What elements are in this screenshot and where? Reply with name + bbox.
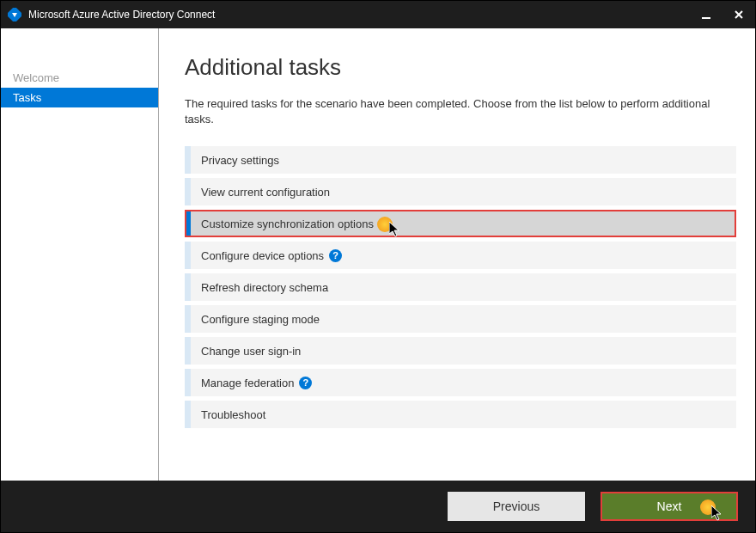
body-area: Welcome Tasks Additional tasks The requi…	[1, 28, 755, 481]
footer: Previous Next	[1, 481, 755, 532]
task-privacy-settings[interactable]: Privacy settings	[185, 146, 736, 174]
task-accent	[185, 146, 191, 174]
minimize-button[interactable]	[690, 1, 722, 28]
cursor-icon	[389, 222, 403, 239]
close-button[interactable]	[722, 1, 755, 28]
sidebar-item-welcome[interactable]: Welcome	[1, 68, 158, 88]
task-accent	[185, 337, 191, 365]
task-accent	[185, 305, 191, 333]
click-highlight-icon	[377, 217, 393, 232]
help-icon[interactable]: ?	[299, 377, 312, 389]
task-label: Troubleshoot	[201, 408, 265, 421]
help-icon[interactable]: ?	[329, 249, 342, 262]
svg-rect-1	[702, 17, 710, 19]
task-accent	[185, 273, 191, 301]
task-label: Privacy settings	[201, 154, 279, 167]
sidebar-item-label: Welcome	[13, 71, 59, 84]
task-list: Privacy settings View current configurat…	[185, 146, 736, 428]
task-label: Configure device options	[201, 249, 324, 262]
task-label: Manage federation	[201, 377, 294, 389]
task-label: View current configuration	[201, 186, 330, 199]
task-accent	[185, 242, 191, 269]
click-highlight-icon	[700, 499, 716, 515]
titlebar-title: Microsoft Azure Active Directory Connect	[28, 9, 215, 21]
task-configure-staging-mode[interactable]: Configure staging mode	[185, 305, 736, 333]
task-troubleshoot[interactable]: Troubleshoot	[185, 401, 736, 428]
previous-button[interactable]: Previous	[448, 492, 585, 521]
task-label: Change user sign-in	[201, 345, 301, 358]
page-description: The required tasks for the scenario have…	[185, 96, 736, 127]
task-label: Configure staging mode	[201, 313, 320, 326]
task-accent	[185, 401, 191, 428]
titlebar: Microsoft Azure Active Directory Connect	[1, 1, 755, 28]
task-change-user-sign-in[interactable]: Change user sign-in	[185, 337, 736, 365]
task-label: Customize synchronization options	[201, 217, 374, 230]
task-customize-synchronization-options[interactable]: Customize synchronization options	[185, 210, 736, 237]
task-label: Refresh directory schema	[201, 281, 328, 294]
cursor-icon	[711, 505, 725, 523]
sidebar-item-label: Tasks	[13, 91, 41, 104]
task-manage-federation[interactable]: Manage federation ?	[185, 369, 736, 396]
sidebar-item-tasks[interactable]: Tasks	[1, 88, 158, 107]
main-content: Additional tasks The required tasks for …	[159, 28, 755, 481]
page-title: Additional tasks	[185, 54, 736, 81]
button-label: Previous	[493, 499, 540, 513]
task-view-current-configuration[interactable]: View current configuration	[185, 178, 736, 205]
task-refresh-directory-schema[interactable]: Refresh directory schema	[185, 273, 736, 301]
task-accent	[185, 369, 191, 396]
button-label: Next	[657, 499, 682, 513]
app-icon	[8, 8, 21, 21]
task-accent	[185, 178, 191, 205]
sidebar: Welcome Tasks	[1, 28, 159, 481]
task-configure-device-options[interactable]: Configure device options ?	[185, 242, 736, 269]
next-button[interactable]: Next	[601, 492, 738, 521]
task-accent	[186, 211, 191, 236]
